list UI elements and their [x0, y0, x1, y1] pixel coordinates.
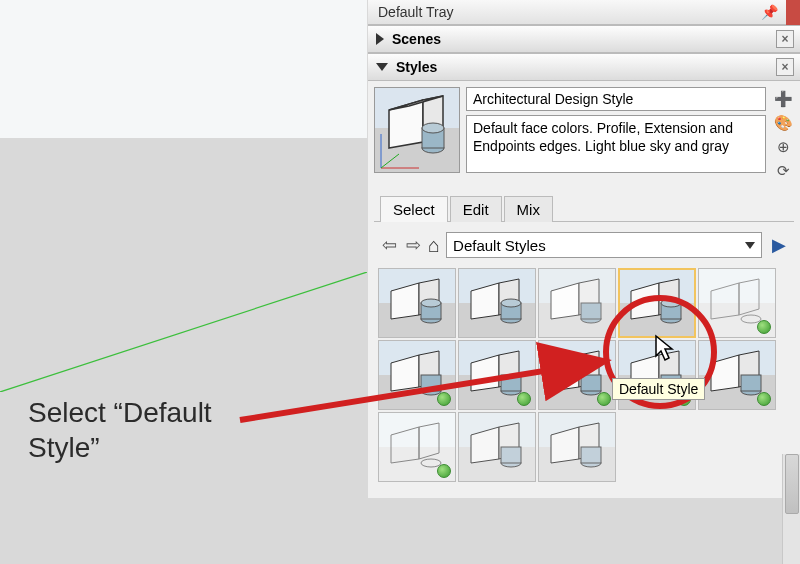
in-model-badge: [757, 392, 771, 406]
viewport-sky-region: [0, 0, 367, 138]
svg-line-3: [381, 154, 399, 168]
current-style-thumbnail[interactable]: [374, 87, 460, 173]
tab-edit[interactable]: Edit: [450, 196, 502, 222]
scrollbar-thumb[interactable]: [785, 454, 799, 514]
scenes-section-header[interactable]: Scenes ×: [368, 25, 800, 53]
svg-marker-30: [739, 279, 759, 315]
svg-rect-62: [581, 447, 601, 463]
svg-marker-15: [471, 283, 499, 319]
style-side-tools: ➕ 🎨 ⊕ ⟳: [772, 87, 794, 181]
tab-select[interactable]: Select: [380, 196, 448, 222]
cursor-pointer-icon: [654, 334, 678, 364]
instruction-text: Select “Default Style”: [28, 395, 212, 465]
chevron-down-icon: [745, 242, 755, 249]
vertical-scrollbar[interactable]: [782, 454, 800, 564]
chevron-right-icon: [376, 33, 384, 45]
svg-marker-10: [391, 283, 419, 319]
instruction-l2: Style”: [28, 430, 212, 465]
svg-marker-24: [631, 283, 659, 319]
style-name-input[interactable]: Architectural Design Style: [466, 87, 766, 111]
nav-back-button[interactable]: ⇦: [380, 234, 398, 256]
svg-point-19: [501, 299, 521, 307]
in-model-badge: [757, 320, 771, 334]
style-thumb-default-style[interactable]: [618, 268, 696, 338]
default-tray-panel: Default Tray 📌 Scenes × Styles ×: [368, 0, 800, 498]
in-model-badge: [437, 392, 451, 406]
svg-marker-53: [419, 423, 439, 459]
style-description-input[interactable]: Default face colors. Profile, Extension …: [466, 115, 766, 173]
tab-mix[interactable]: Mix: [504, 196, 553, 222]
in-model-badge: [597, 392, 611, 406]
green-axis-line: [0, 272, 367, 392]
svg-rect-23: [581, 303, 601, 319]
svg-rect-39: [501, 375, 521, 391]
library-nav-row: ⇦ ⇨ ⌂ Default Styles ▶: [374, 222, 794, 264]
style-thumb[interactable]: [698, 268, 776, 338]
refresh-icon[interactable]: ⟳: [773, 161, 793, 181]
library-dropdown[interactable]: Default Styles: [446, 232, 762, 258]
svg-marker-52: [391, 427, 419, 463]
svg-rect-58: [501, 447, 521, 463]
in-model-badge: [517, 392, 531, 406]
svg-marker-40: [551, 355, 579, 391]
style-thumb[interactable]: [538, 412, 616, 482]
scenes-close-button[interactable]: ×: [776, 30, 794, 48]
styles-panel-body: Architectural Design Style Default face …: [368, 81, 800, 498]
instruction-l1: Select “Default: [28, 395, 212, 430]
add-to-collection-icon[interactable]: ⊕: [773, 137, 793, 157]
svg-line-0: [0, 272, 367, 392]
svg-marker-32: [391, 355, 419, 391]
styles-tabs: Select Edit Mix: [374, 195, 794, 222]
styles-grid: [374, 264, 794, 492]
pin-icon[interactable]: 📌: [761, 4, 778, 20]
style-thumb[interactable]: [458, 268, 536, 338]
style-thumb[interactable]: [698, 340, 776, 410]
style-thumb[interactable]: [458, 340, 536, 410]
library-dropdown-value: Default Styles: [453, 237, 546, 254]
details-menu-button[interactable]: ▶: [768, 234, 790, 256]
style-thumb[interactable]: [538, 268, 616, 338]
svg-point-9: [422, 123, 444, 133]
svg-rect-43: [581, 375, 601, 391]
style-thumb[interactable]: [538, 340, 616, 410]
paint-style-icon[interactable]: 🎨: [773, 113, 793, 133]
add-style-icon[interactable]: ➕: [773, 89, 793, 109]
svg-marker-29: [711, 283, 739, 319]
in-model-badge: [677, 392, 691, 406]
svg-point-28: [661, 299, 681, 307]
styles-section-header[interactable]: Styles ×: [368, 53, 800, 81]
svg-rect-35: [421, 375, 441, 391]
nav-forward-button[interactable]: ⇨: [404, 234, 422, 256]
chevron-down-icon: [376, 63, 388, 71]
close-button[interactable]: [786, 0, 800, 25]
home-icon[interactable]: ⌂: [428, 234, 440, 257]
tray-titlebar[interactable]: Default Tray 📌: [368, 0, 800, 25]
svg-marker-59: [551, 427, 579, 463]
svg-rect-47: [661, 375, 681, 391]
scenes-label: Scenes: [392, 31, 441, 47]
svg-marker-48: [711, 355, 739, 391]
svg-marker-36: [471, 355, 499, 391]
styles-close-button[interactable]: ×: [776, 58, 794, 76]
svg-marker-63: [656, 336, 672, 360]
svg-point-14: [421, 299, 441, 307]
svg-marker-55: [471, 427, 499, 463]
style-thumb[interactable]: [378, 268, 456, 338]
style-thumb[interactable]: [458, 412, 536, 482]
in-model-badge: [437, 464, 451, 478]
tray-title-text: Default Tray: [378, 4, 453, 20]
styles-label: Styles: [396, 59, 437, 75]
style-thumb[interactable]: [378, 412, 456, 482]
svg-rect-51: [741, 375, 761, 391]
svg-marker-20: [551, 283, 579, 319]
style-thumb[interactable]: [378, 340, 456, 410]
